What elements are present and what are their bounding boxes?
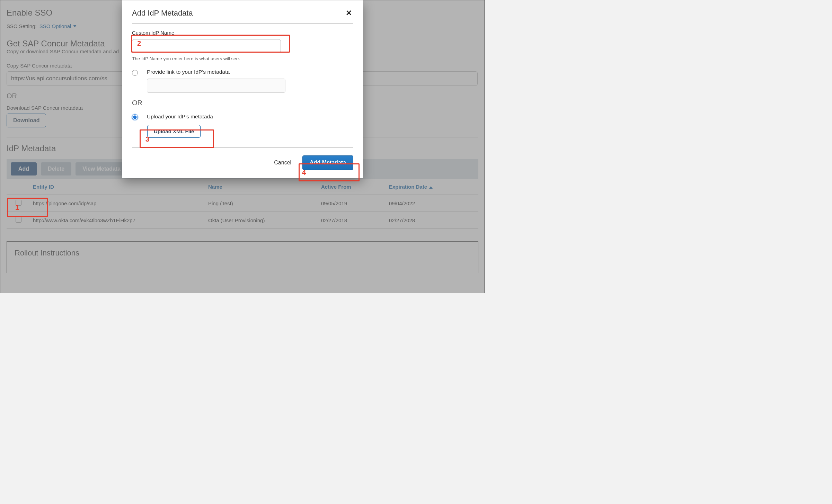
modal-title: Add IdP Metadata: [132, 9, 193, 18]
cancel-button[interactable]: Cancel: [272, 157, 293, 169]
radio-upload[interactable]: [132, 114, 138, 120]
radio-upload-label: Upload your IdP's metatada: [147, 114, 353, 120]
add-metadata-button[interactable]: Add Metadata: [302, 155, 353, 170]
radio-provide-link-label: Provide link to your IdP's metadata: [147, 69, 353, 75]
upload-xml-button[interactable]: Upload XML File: [147, 125, 201, 138]
custom-idp-name-input[interactable]: [132, 39, 281, 53]
radio-provide-link[interactable]: [132, 70, 138, 76]
custom-idp-name-help: The IdP Name you enter here is what user…: [132, 56, 353, 61]
add-idp-modal: Add IdP Metadata ✕ Custom IdP Name The I…: [122, 0, 363, 178]
close-icon[interactable]: ✕: [344, 8, 353, 18]
idp-metadata-link-input[interactable]: [147, 79, 285, 93]
or-text-2: OR: [132, 99, 353, 107]
custom-idp-name-label: Custom IdP Name: [132, 30, 353, 36]
